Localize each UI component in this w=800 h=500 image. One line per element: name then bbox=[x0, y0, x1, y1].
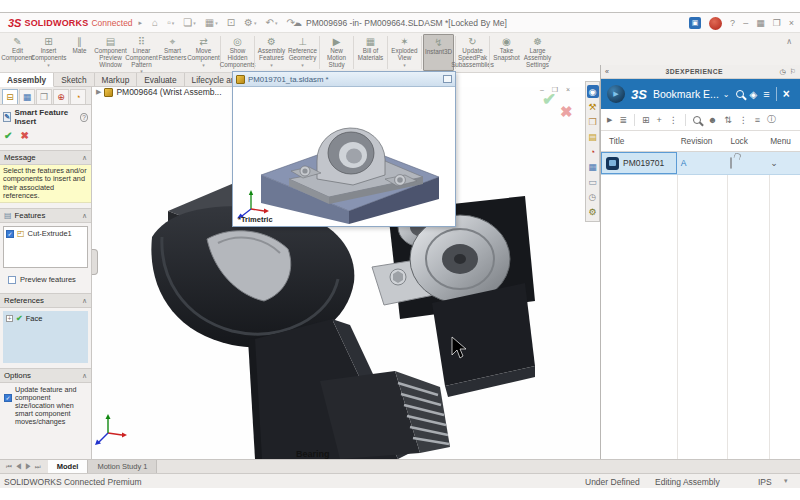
configurationmanager-tab-icon[interactable]: ❐ bbox=[36, 89, 52, 104]
file-explorer-icon[interactable]: ❒ bbox=[587, 115, 599, 128]
ribbon-button-insert-components[interactable]: ⊞Insert Components▾ bbox=[33, 34, 64, 71]
feature-item-cut-extrude1[interactable]: ✓ ◰ Cut-Extrude1 bbox=[6, 229, 85, 238]
component-preview-window[interactable]: PM019701_ta.sldasm * bbox=[232, 71, 456, 227]
info-icon[interactable]: ⓘ bbox=[767, 113, 776, 126]
preview-features-checkbox[interactable] bbox=[8, 276, 16, 284]
redo-icon[interactable]: ↷▾ bbox=[286, 17, 298, 28]
cancel-button[interactable]: ✖ bbox=[20, 130, 28, 141]
references-listbox[interactable]: + ✔ Face bbox=[3, 311, 88, 363]
add-icon[interactable]: + bbox=[656, 115, 661, 125]
undo-icon[interactable]: ↶▾ bbox=[266, 17, 278, 28]
search-icon[interactable] bbox=[736, 90, 744, 98]
reference-item-face[interactable]: + ✔ Face bbox=[6, 314, 85, 323]
ribbon-button-update-speedpak[interactable]: ↻Update SpeedPak Subassemblies bbox=[457, 34, 488, 71]
ribbon-button-smart-fasteners[interactable]: ⌖Smart Fasteners bbox=[157, 34, 188, 71]
ribbon-button-edit-component[interactable]: ✎Edit Component bbox=[2, 34, 33, 71]
notifications-icon[interactable]: ▣ bbox=[689, 17, 701, 29]
save-icon[interactable]: ▦▾ bbox=[205, 17, 218, 28]
play-icon[interactable]: ▶ bbox=[607, 116, 612, 124]
ribbon-button-linear-component-pattern[interactable]: ⠿Linear Component Pattern▾ bbox=[126, 34, 157, 71]
column-menu[interactable]: Menu bbox=[768, 136, 800, 146]
ribbon-button-mate[interactable]: ∥Mate bbox=[64, 34, 95, 71]
more-vertical-icon[interactable]: ⋮ bbox=[739, 115, 748, 125]
ribbon-button-new-motion-study[interactable]: ▶New Motion Study bbox=[321, 34, 352, 71]
hamburger-icon[interactable]: ≡ bbox=[755, 115, 760, 125]
ribbon-button-bill-of-materials[interactable]: ▦Bill of Materials bbox=[355, 34, 386, 71]
status-units-caret-icon[interactable]: ▾ bbox=[784, 477, 788, 485]
options-update-row[interactable]: ✓ Update feature and component size/loca… bbox=[0, 383, 91, 429]
row-title-cell[interactable]: PM019701 bbox=[601, 152, 677, 174]
propertymanager-tab-icon[interactable]: ▦ bbox=[19, 89, 35, 104]
message-section-header[interactable]: Message ∧ bbox=[0, 150, 91, 165]
restore-button[interactable]: ❐ bbox=[773, 18, 781, 28]
tab-navigation-arrows[interactable]: ⏮ ◀ ▶ ⏭ bbox=[0, 463, 48, 471]
hamburger-menu-icon[interactable]: ≡ bbox=[763, 88, 769, 100]
restore-button[interactable] bbox=[443, 75, 452, 83]
options-update-checkbox[interactable]: ✓ bbox=[4, 394, 12, 402]
appearances-icon[interactable]: ◔ bbox=[587, 145, 599, 158]
panel-splitter-handle[interactable] bbox=[92, 249, 98, 275]
dimxpertmanager-tab-icon[interactable]: ⊕ bbox=[53, 89, 69, 104]
window-switch-icon[interactable]: ▦ bbox=[756, 18, 765, 28]
ribbon-button-exploded-view[interactable]: ✶Exploded View▾ bbox=[389, 34, 420, 71]
tab-assembly[interactable]: Assembly bbox=[0, 73, 54, 87]
user-avatar[interactable] bbox=[709, 17, 722, 30]
chevron-down-icon[interactable]: ⌄ bbox=[723, 90, 730, 99]
feature-tree-flyout[interactable]: ▶ PM009664 (Wrist Assemb... bbox=[96, 87, 222, 97]
document-window-controls[interactable]: – ❐ × bbox=[540, 87, 573, 94]
tag-icon[interactable]: ◈ bbox=[750, 89, 758, 100]
ribbon-button-large-assembly-settings[interactable]: ☸Large Assembly Settings bbox=[522, 34, 553, 71]
confirmation-cancel-icon[interactable]: ✖ bbox=[560, 103, 573, 121]
assembly-root-label[interactable]: PM009664 (Wrist Assemb... bbox=[116, 87, 221, 97]
select-arrows-icon[interactable]: ⇅ bbox=[724, 115, 732, 125]
preview-window-titlebar[interactable]: PM019701_ta.sldasm * bbox=[233, 72, 455, 87]
preview-features-row[interactable]: Preview features bbox=[0, 271, 91, 288]
ribbon-button-take-snapshot[interactable]: ◉Take Snapshot bbox=[491, 34, 522, 71]
column-lock[interactable]: Lock bbox=[726, 136, 768, 146]
print-icon[interactable]: ⊡ bbox=[227, 17, 235, 28]
list-expand-icon[interactable]: ≣ bbox=[619, 115, 627, 125]
3dexperience-icon[interactable]: ◉ bbox=[587, 85, 599, 98]
references-section-header[interactable]: References ∧ bbox=[0, 293, 91, 308]
table-row-pm019701[interactable]: PM019701 A ⌄ bbox=[601, 152, 800, 175]
close-button[interactable]: × bbox=[789, 18, 794, 28]
open-icon[interactable]: ❏▾ bbox=[183, 17, 195, 28]
ribbon-button-assembly-features[interactable]: ⚙Assembly Features▾ bbox=[256, 34, 287, 71]
minimize-button[interactable]: – bbox=[743, 18, 748, 28]
share-icon[interactable]: ☻ bbox=[708, 115, 717, 125]
design-library-icon[interactable]: ⚒ bbox=[587, 100, 599, 113]
panel-close-icon[interactable]: × bbox=[776, 87, 790, 101]
custom-properties-icon[interactable]: ▭ bbox=[587, 175, 599, 188]
help-icon[interactable]: ? bbox=[730, 18, 735, 28]
search-icon[interactable] bbox=[693, 116, 701, 124]
bookmark-add-icon[interactable]: ⊞ bbox=[642, 115, 650, 125]
column-revision[interactable]: Revision bbox=[677, 136, 727, 146]
column-title[interactable]: Title bbox=[601, 136, 677, 146]
features-listbox[interactable]: ✓ ◰ Cut-Extrude1 bbox=[3, 226, 88, 268]
panel-pin-icon[interactable]: ⚐ bbox=[790, 68, 796, 76]
tab-model[interactable]: Model bbox=[48, 460, 89, 473]
ribbon-button-show-hidden-components[interactable]: ◎Show Hidden Components bbox=[222, 34, 253, 71]
tab-markup[interactable]: Markup bbox=[95, 73, 138, 87]
panel-refresh-icon[interactable]: ◷ bbox=[780, 68, 786, 76]
scene-icon[interactable]: ▦ bbox=[587, 160, 599, 173]
status-units[interactable]: IPS bbox=[758, 477, 772, 487]
home-icon[interactable]: ⌂ bbox=[152, 17, 158, 28]
more-vertical-icon[interactable]: ⋮ bbox=[669, 115, 678, 125]
features-section-header[interactable]: ▤ Features ∧ bbox=[0, 208, 91, 223]
options-gear-icon[interactable]: ⚙▾ bbox=[244, 17, 256, 28]
tab-evaluate[interactable]: Evaluate bbox=[137, 73, 184, 87]
view-palette-icon[interactable]: ▤ bbox=[587, 130, 599, 143]
ok-button[interactable]: ✔ bbox=[4, 130, 12, 141]
featuremanager-tab-icon[interactable]: ⊟ bbox=[2, 89, 18, 104]
options-section-header[interactable]: Options ∧ bbox=[0, 368, 91, 383]
expand-plus-icon[interactable]: + bbox=[6, 315, 13, 322]
feature-checkbox[interactable]: ✓ bbox=[6, 230, 14, 238]
displaymanager-tab-icon[interactable]: ◔ bbox=[70, 89, 86, 104]
preview-window-body[interactable]: *Trimetric bbox=[233, 87, 455, 226]
row-lock-cell[interactable] bbox=[726, 158, 768, 168]
settings-icon[interactable]: ⚙ bbox=[587, 205, 599, 218]
ribbon-button-instant3d[interactable]: ↯Instant3D bbox=[423, 34, 454, 71]
ribbon-button-component-preview-window[interactable]: ▤Component Preview Window bbox=[95, 34, 126, 71]
tree-expand-icon[interactable]: ▶ bbox=[96, 88, 101, 96]
